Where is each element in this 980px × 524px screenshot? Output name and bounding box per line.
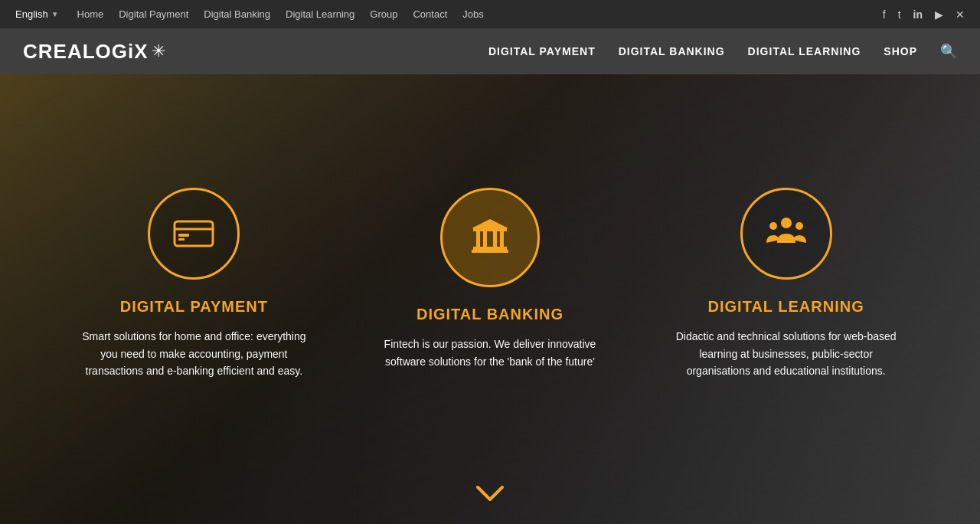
top-nav-links: Home Digital Payment Digital Banking Dig… xyxy=(77,8,484,20)
digital-learning-icon-circle xyxy=(740,188,832,280)
hero-section: DIGITAL PAYMENT Smart solutions for home… xyxy=(0,74,980,524)
chevron-down-icon: ▼ xyxy=(51,10,59,18)
nav-link-digital-banking[interactable]: Digital Banking xyxy=(204,8,270,20)
svg-rect-10 xyxy=(473,247,507,250)
top-nav: English ▼ Home Digital Payment Digital B… xyxy=(0,0,980,28)
svg-point-13 xyxy=(769,222,777,230)
main-nav-digital-banking[interactable]: DIGITAL BANKING xyxy=(619,45,725,57)
credit-card-icon xyxy=(171,211,217,257)
svg-rect-8 xyxy=(493,231,497,247)
svg-marker-4 xyxy=(472,219,508,228)
nav-link-group[interactable]: Group xyxy=(370,8,397,20)
svg-rect-6 xyxy=(476,231,480,247)
logo-star-icon: ✳ xyxy=(152,41,165,61)
main-nav-shop[interactable]: SHOP xyxy=(884,45,917,57)
language-selector[interactable]: English ▼ xyxy=(15,8,59,20)
people-icon xyxy=(763,211,809,257)
svg-rect-3 xyxy=(178,238,185,241)
digital-banking-title: DIGITAL BANKING xyxy=(416,306,564,323)
scroll-indicator[interactable]: ✓ xyxy=(475,484,505,506)
digital-payment-column: DIGITAL PAYMENT Smart solutions for home… xyxy=(79,188,309,379)
logo-text: CREALOGiX xyxy=(23,40,149,64)
digital-banking-desc: Fintech is our passion. We deliver innov… xyxy=(375,336,605,370)
xing-icon[interactable]: ✕ xyxy=(956,8,965,21)
digital-payment-icon-circle xyxy=(148,188,240,280)
digital-learning-title: DIGITAL LEARNING xyxy=(708,298,864,316)
svg-point-14 xyxy=(795,222,803,230)
linkedin-icon[interactable]: in xyxy=(913,8,923,21)
main-nav: DIGITAL PAYMENT DIGITAL BANKING DIGITAL … xyxy=(488,43,957,60)
svg-rect-5 xyxy=(473,228,507,231)
main-nav-digital-learning[interactable]: DIGITAL LEARNING xyxy=(748,45,861,57)
logo[interactable]: CREALOGiX ✳ xyxy=(23,40,165,64)
digital-banking-icon-circle xyxy=(440,188,540,287)
digital-banking-column: DIGITAL BANKING Fintech is our passion. … xyxy=(375,188,605,370)
twitter-icon[interactable]: t xyxy=(898,8,901,21)
nav-link-digital-learning[interactable]: Digital Learning xyxy=(286,8,354,20)
nav-link-home[interactable]: Home xyxy=(77,8,104,20)
nav-link-contact[interactable]: Contact xyxy=(413,8,447,20)
top-nav-left: English ▼ Home Digital Payment Digital B… xyxy=(15,8,484,20)
digital-payment-desc: Smart solutions for home and office: eve… xyxy=(79,328,309,379)
facebook-icon[interactable]: f xyxy=(883,8,886,21)
digital-learning-column: DIGITAL LEARNING Didactic and technical … xyxy=(671,188,901,379)
svg-rect-2 xyxy=(178,234,189,237)
scroll-chevron-icon xyxy=(475,484,505,503)
svg-point-12 xyxy=(781,218,792,228)
nav-link-jobs[interactable]: Jobs xyxy=(462,8,483,20)
lang-label: English xyxy=(15,8,48,20)
svg-rect-9 xyxy=(500,231,504,247)
bank-icon xyxy=(467,215,513,260)
svg-rect-7 xyxy=(483,231,487,247)
svg-rect-11 xyxy=(472,250,508,253)
nav-link-digital-payment[interactable]: Digital Payment xyxy=(119,8,188,20)
search-icon[interactable]: 🔍 xyxy=(940,43,957,60)
main-header: CREALOGiX ✳ DIGITAL PAYMENT DIGITAL BANK… xyxy=(0,28,980,74)
digital-payment-title: DIGITAL PAYMENT xyxy=(120,298,268,316)
digital-learning-desc: Didactic and technical solutions for web… xyxy=(671,328,901,379)
social-links: f t in ▶ ✕ xyxy=(883,8,965,21)
hero-content: DIGITAL PAYMENT Smart solutions for home… xyxy=(0,157,980,440)
main-nav-digital-payment[interactable]: DIGITAL PAYMENT xyxy=(488,45,596,57)
youtube-icon[interactable]: ▶ xyxy=(935,8,943,21)
